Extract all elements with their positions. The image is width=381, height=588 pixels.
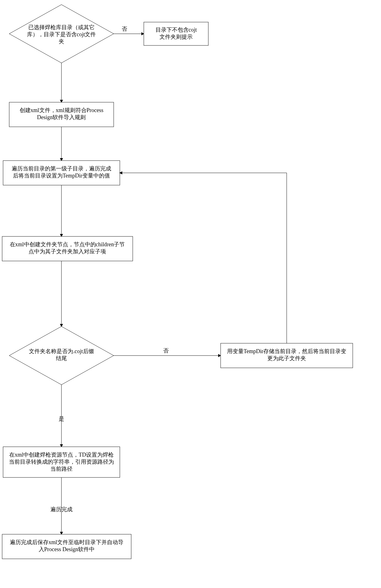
- process-traverse-dir: 遍历当前目录的第一级子目录，遍历完成 后将当前目录设置为TempDir变量中的值: [3, 161, 120, 185]
- edge-tempdir-loop: [120, 173, 287, 343]
- cx-l1: 创建xml文件，xml规则符合Process: [20, 107, 104, 113]
- cx-l2: Design软件导入规则: [37, 114, 86, 120]
- d1-l2: 库），目录下是否含cojt文件: [27, 31, 96, 37]
- d2-l2: 结尾: [56, 355, 67, 361]
- process-create-xml: 创建xml文件，xml规则符合Process Design软件导入规则: [9, 102, 114, 127]
- decision-cojt-suffix: 文件夹名称是否为.cojt后缀 结尾: [9, 326, 114, 385]
- prompt-l2: 文件夹则提示: [159, 34, 193, 40]
- d2-l1: 文件夹名称是否为.cojt后缀: [29, 348, 94, 354]
- res-l3: 当前路径: [50, 466, 73, 472]
- label-no-1: 否: [122, 26, 127, 32]
- res-l2: 当前目录转换成的字符串，引用资源路径为: [9, 459, 114, 465]
- process-create-children-node: 在xml中创建文件夹节点，节点中的children子节 点中为其子文件夹加入对应…: [2, 236, 133, 261]
- label-yes: 是: [59, 416, 64, 422]
- process-save-import: 遍历完成后保存xml文件至临时目录下并自动导 入Process Design软件…: [2, 534, 131, 559]
- trav-l2: 后将当前目录设置为TempDir变量中的值: [13, 173, 110, 179]
- process-store-tempdir: 用变量TempDir存储当前目录，然后将当前目录变 更为此子文件夹: [221, 343, 353, 368]
- ch-l1: 在xml中创建文件夹节点，节点中的children子节: [10, 241, 125, 247]
- fin-l1: 遍历完成后保存xml文件至临时目录下并自动导: [10, 539, 124, 545]
- prompt-l1: 目录下不包含cojt: [155, 27, 197, 33]
- res-l1: 在xml中创建焊枪资源节点，TD设置为焊枪: [9, 452, 114, 458]
- d1-l3: 夹: [59, 38, 64, 45]
- d1-l1: 已选择焊枪库目录（或其它: [28, 24, 95, 30]
- ch-l2: 点中为其子文件夹加入对应子项: [29, 248, 106, 255]
- label-done: 遍历完成: [50, 506, 73, 512]
- td-l2: 更为此子文件夹: [267, 355, 306, 361]
- process-create-resource-node: 在xml中创建焊枪资源节点，TD设置为焊枪 当前目录转换成的字符串，引用资源路径…: [3, 447, 120, 477]
- process-prompt-no-cojt: 目录下不包含cojt 文件夹则提示: [144, 22, 208, 45]
- td-l1: 用变量TempDir存储当前目录，然后将当前目录变: [227, 348, 347, 354]
- fin-l2: 入Process Design软件中: [39, 546, 95, 552]
- trav-l1: 遍历当前目录的第一级子目录，遍历完成: [12, 165, 111, 172]
- label-no-2: 否: [163, 348, 169, 354]
- decision-contains-cojt: 已选择焊枪库目录（或其它 库），目录下是否含cojt文件 夹: [9, 5, 114, 63]
